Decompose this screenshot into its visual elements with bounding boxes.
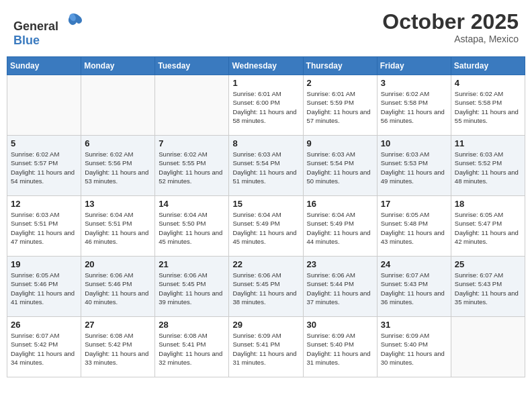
day-number: 20: [85, 259, 151, 269]
weekday-header: Monday: [81, 57, 155, 75]
day-info: Sunrise: 6:01 AM Sunset: 6:00 PM Dayligh…: [232, 89, 299, 125]
day-number: 31: [381, 320, 447, 330]
day-info: Sunrise: 6:01 AM Sunset: 5:59 PM Dayligh…: [307, 89, 373, 125]
calendar-day: 30Sunrise: 6:09 AM Sunset: 5:40 PM Dayli…: [303, 317, 377, 377]
weekday-header-row: SundayMondayTuesdayWednesdayThursdayFrid…: [7, 57, 525, 75]
day-number: 2: [307, 78, 373, 88]
calendar-day: 10Sunrise: 6:03 AM Sunset: 5:53 PM Dayli…: [377, 136, 451, 196]
logo-blue: Blue: [13, 34, 40, 47]
day-number: 23: [307, 259, 373, 269]
day-info: Sunrise: 6:04 AM Sunset: 5:51 PM Dayligh…: [85, 210, 151, 246]
weekday-header: Thursday: [303, 57, 377, 75]
calendar-day: 7Sunrise: 6:02 AM Sunset: 5:55 PM Daylig…: [155, 136, 229, 196]
day-number: 5: [11, 138, 77, 148]
calendar-day: [7, 75, 81, 136]
calendar-day: 19Sunrise: 6:05 AM Sunset: 5:46 PM Dayli…: [7, 257, 81, 317]
day-number: 25: [455, 259, 521, 269]
day-number: 14: [159, 199, 225, 209]
day-info: Sunrise: 6:08 AM Sunset: 5:42 PM Dayligh…: [85, 331, 151, 367]
day-number: 8: [232, 138, 299, 148]
calendar-day: 3Sunrise: 6:02 AM Sunset: 5:58 PM Daylig…: [377, 75, 451, 136]
day-info: Sunrise: 6:04 AM Sunset: 5:50 PM Dayligh…: [159, 210, 225, 246]
location: Astapa, Mexico: [382, 34, 519, 44]
calendar-day: 17Sunrise: 6:05 AM Sunset: 5:48 PM Dayli…: [377, 196, 451, 257]
day-number: 12: [11, 199, 77, 209]
calendar-week-row: 5Sunrise: 6:02 AM Sunset: 5:57 PM Daylig…: [7, 136, 525, 196]
day-number: 30: [307, 320, 373, 330]
logo: General Blue: [13, 10, 83, 48]
calendar-week-row: 12Sunrise: 6:03 AM Sunset: 5:51 PM Dayli…: [7, 196, 525, 257]
day-info: Sunrise: 6:05 AM Sunset: 5:46 PM Dayligh…: [11, 271, 77, 306]
day-info: Sunrise: 6:09 AM Sunset: 5:40 PM Dayligh…: [381, 331, 447, 367]
calendar-day: 21Sunrise: 6:06 AM Sunset: 5:45 PM Dayli…: [155, 257, 229, 317]
day-info: Sunrise: 6:02 AM Sunset: 5:55 PM Dayligh…: [159, 150, 225, 185]
calendar-day: 1Sunrise: 6:01 AM Sunset: 6:00 PM Daylig…: [229, 75, 303, 136]
calendar-day: 9Sunrise: 6:03 AM Sunset: 5:54 PM Daylig…: [303, 136, 377, 196]
calendar-day: 2Sunrise: 6:01 AM Sunset: 5:59 PM Daylig…: [303, 75, 377, 136]
calendar-table: SundayMondayTuesdayWednesdayThursdayFrid…: [7, 56, 525, 377]
logo-bird-icon: [63, 10, 83, 30]
day-info: Sunrise: 6:02 AM Sunset: 5:56 PM Dayligh…: [85, 150, 151, 185]
calendar-day: 22Sunrise: 6:06 AM Sunset: 5:45 PM Dayli…: [229, 257, 303, 317]
calendar-day: 29Sunrise: 6:09 AM Sunset: 5:41 PM Dayli…: [229, 317, 303, 377]
calendar-day: 6Sunrise: 6:02 AM Sunset: 5:56 PM Daylig…: [81, 136, 155, 196]
day-number: 24: [381, 259, 447, 269]
calendar-day: [81, 75, 155, 136]
calendar-week-row: 19Sunrise: 6:05 AM Sunset: 5:46 PM Dayli…: [7, 257, 525, 317]
weekday-header: Tuesday: [155, 57, 229, 75]
calendar-day: [155, 75, 229, 136]
calendar-day: 23Sunrise: 6:06 AM Sunset: 5:44 PM Dayli…: [303, 257, 377, 317]
calendar-day: 13Sunrise: 6:04 AM Sunset: 5:51 PM Dayli…: [81, 196, 155, 257]
day-info: Sunrise: 6:08 AM Sunset: 5:41 PM Dayligh…: [159, 331, 225, 367]
calendar-day: 27Sunrise: 6:08 AM Sunset: 5:42 PM Dayli…: [81, 317, 155, 377]
day-info: Sunrise: 6:03 AM Sunset: 5:53 PM Dayligh…: [381, 150, 447, 185]
weekday-header: Friday: [377, 57, 451, 75]
day-info: Sunrise: 6:07 AM Sunset: 5:43 PM Dayligh…: [381, 271, 447, 306]
calendar-day: 25Sunrise: 6:07 AM Sunset: 5:43 PM Dayli…: [451, 257, 525, 317]
day-info: Sunrise: 6:05 AM Sunset: 5:48 PM Dayligh…: [381, 210, 447, 246]
calendar-day: 26Sunrise: 6:07 AM Sunset: 5:42 PM Dayli…: [7, 317, 81, 377]
calendar-day: 31Sunrise: 6:09 AM Sunset: 5:40 PM Dayli…: [377, 317, 451, 377]
day-info: Sunrise: 6:05 AM Sunset: 5:47 PM Dayligh…: [455, 210, 521, 246]
day-info: Sunrise: 6:06 AM Sunset: 5:46 PM Dayligh…: [85, 271, 151, 306]
day-info: Sunrise: 6:02 AM Sunset: 5:57 PM Dayligh…: [11, 150, 77, 185]
day-info: Sunrise: 6:06 AM Sunset: 5:45 PM Dayligh…: [159, 271, 225, 306]
page-header: General Blue October 2025 Astapa, Mexico: [7, 7, 525, 51]
calendar-day: 5Sunrise: 6:02 AM Sunset: 5:57 PM Daylig…: [7, 136, 81, 196]
calendar-day: 15Sunrise: 6:04 AM Sunset: 5:49 PM Dayli…: [229, 196, 303, 257]
weekday-header: Sunday: [7, 57, 81, 75]
day-number: 10: [381, 138, 447, 148]
day-number: 13: [85, 199, 151, 209]
calendar-day: 28Sunrise: 6:08 AM Sunset: 5:41 PM Dayli…: [155, 317, 229, 377]
day-number: 6: [85, 138, 151, 148]
day-info: Sunrise: 6:07 AM Sunset: 5:43 PM Dayligh…: [455, 271, 521, 306]
calendar-day: 14Sunrise: 6:04 AM Sunset: 5:50 PM Dayli…: [155, 196, 229, 257]
day-info: Sunrise: 6:09 AM Sunset: 5:40 PM Dayligh…: [307, 331, 373, 367]
day-number: 9: [307, 138, 373, 148]
calendar-day: 8Sunrise: 6:03 AM Sunset: 5:54 PM Daylig…: [229, 136, 303, 196]
day-number: 28: [159, 320, 225, 330]
day-number: 3: [381, 78, 447, 88]
day-number: 11: [455, 138, 521, 148]
day-info: Sunrise: 6:04 AM Sunset: 5:49 PM Dayligh…: [232, 210, 299, 246]
calendar-day: 12Sunrise: 6:03 AM Sunset: 5:51 PM Dayli…: [7, 196, 81, 257]
day-number: 21: [159, 259, 225, 269]
day-info: Sunrise: 6:04 AM Sunset: 5:49 PM Dayligh…: [307, 210, 373, 246]
weekday-header: Saturday: [451, 57, 525, 75]
calendar-day: 11Sunrise: 6:03 AM Sunset: 5:52 PM Dayli…: [451, 136, 525, 196]
calendar-day: 24Sunrise: 6:07 AM Sunset: 5:43 PM Dayli…: [377, 257, 451, 317]
day-number: 16: [307, 199, 373, 209]
day-info: Sunrise: 6:02 AM Sunset: 5:58 PM Dayligh…: [381, 89, 447, 125]
day-info: Sunrise: 6:07 AM Sunset: 5:42 PM Dayligh…: [11, 331, 77, 367]
day-number: 15: [232, 199, 299, 209]
calendar-day: 4Sunrise: 6:02 AM Sunset: 5:58 PM Daylig…: [451, 75, 525, 136]
day-info: Sunrise: 6:03 AM Sunset: 5:52 PM Dayligh…: [455, 150, 521, 185]
calendar-day: 20Sunrise: 6:06 AM Sunset: 5:46 PM Dayli…: [81, 257, 155, 317]
day-number: 22: [232, 259, 299, 269]
day-number: 7: [159, 138, 225, 148]
calendar-day: 16Sunrise: 6:04 AM Sunset: 5:49 PM Dayli…: [303, 196, 377, 257]
day-number: 4: [455, 78, 521, 88]
day-info: Sunrise: 6:03 AM Sunset: 5:51 PM Dayligh…: [11, 210, 77, 246]
day-number: 29: [232, 320, 299, 330]
day-info: Sunrise: 6:06 AM Sunset: 5:45 PM Dayligh…: [232, 271, 299, 306]
